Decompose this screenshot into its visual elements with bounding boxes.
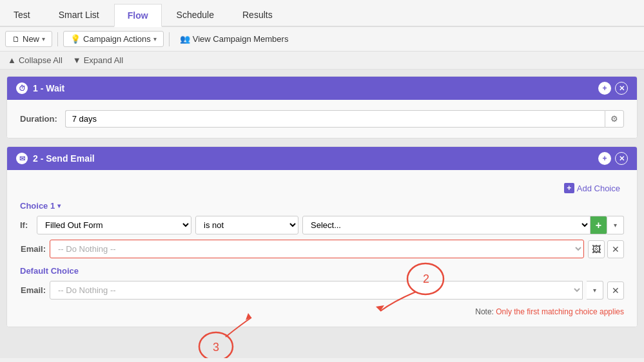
value-select[interactable]: Select... <box>302 216 590 234</box>
default-email-dropdown-arrow[interactable]: ▾ <box>587 281 603 300</box>
collapse-all-button[interactable]: ▲ Collapse All <box>8 55 63 65</box>
default-remove-button[interactable]: ✕ <box>607 281 624 300</box>
if-row: If: Filled Out Form is not Select... + ▾ <box>20 216 624 234</box>
add-choice-label: Add Choice <box>577 184 620 193</box>
value-add-button[interactable]: + <box>590 216 607 234</box>
default-email-label: Email: <box>20 285 46 295</box>
wait-header-icons: + ✕ <box>598 82 628 95</box>
svg-text:3: 3 <box>213 341 219 354</box>
add-choice-plus-icon: + <box>564 183 574 193</box>
toolbar-divider-1 <box>57 32 58 46</box>
send-email-step-icon: ✉ <box>16 153 28 164</box>
default-choice-section: Default Choice Email: -- Do Nothing -- ▾… <box>20 266 624 300</box>
choice-1-preview-button[interactable]: 🖼 <box>588 240 605 258</box>
choice-1-email-row: Email: -- Do Nothing -- 🖼 ✕ <box>20 240 624 258</box>
wait-header-left: ⏱ 1 - Wait <box>16 82 64 94</box>
send-email-close-button[interactable]: ✕ <box>615 152 628 165</box>
flow-step-send-email: ✉ 2 - Send Email + ✕ + Add Choice Choice… <box>6 146 638 327</box>
duration-input[interactable] <box>65 110 605 128</box>
campaign-actions-label: Campaign Actions <box>83 34 151 44</box>
choice-1-text: Choice 1 <box>20 201 55 211</box>
tab-flow[interactable]: Flow <box>114 4 162 27</box>
send-email-body: + Add Choice Choice 1 ▾ If: Filled Out F… <box>7 170 637 327</box>
new-icon: 🗋 <box>12 35 20 44</box>
send-email-header: ✉ 2 - Send Email + ✕ <box>7 147 637 170</box>
wait-step-icon: ⏱ <box>16 82 28 94</box>
bulb-icon: 💡 <box>70 34 81 44</box>
wait-close-button[interactable]: ✕ <box>615 82 628 95</box>
if-label: If: <box>20 220 33 230</box>
expand-all-button[interactable]: ▼ Expand All <box>73 55 123 65</box>
note-row: Note: Only the first matching choice app… <box>20 307 624 316</box>
choice-1-label[interactable]: Choice 1 ▾ <box>20 201 624 211</box>
wait-title: 1 - Wait <box>33 83 64 93</box>
expand-label: Expand All <box>84 55 123 65</box>
flow-step-wait: ⏱ 1 - Wait + ✕ Duration: ⚙ <box>6 76 638 138</box>
tab-results[interactable]: Results <box>229 3 286 26</box>
send-email-header-icons: + ✕ <box>598 152 628 165</box>
default-email-actions: ✕ <box>607 281 624 300</box>
toolbar-divider-2 <box>169 32 170 46</box>
tab-schedule[interactable]: Schedule <box>163 3 228 26</box>
choice-1-arrow: ▾ <box>57 202 61 209</box>
choice-1-remove-button[interactable]: ✕ <box>607 240 624 258</box>
members-icon: 👥 <box>180 34 190 44</box>
top-nav: Test Smart List Flow Schedule Results <box>0 0 644 27</box>
collapse-bar: ▲ Collapse All ▼ Expand All <box>0 52 644 70</box>
duration-label: Duration: <box>20 114 57 124</box>
add-choice-button[interactable]: + Add Choice <box>560 180 624 196</box>
duration-input-wrap: ⚙ <box>65 110 624 128</box>
expand-icon: ▼ <box>73 55 81 65</box>
duration-row: Duration: ⚙ <box>20 110 624 128</box>
default-email-row: Email: -- Do Nothing -- ▾ ✕ <box>20 281 624 300</box>
choice-1-email-actions: 🖼 ✕ <box>588 240 624 258</box>
operator-select[interactable]: is not <box>195 216 298 234</box>
send-email-header-left: ✉ 2 - Send Email <box>16 153 95 164</box>
choice-1-section: Choice 1 ▾ If: Filled Out Form is not Se… <box>20 201 624 258</box>
campaign-actions-arrow: ▾ <box>153 35 157 43</box>
default-email-select[interactable]: -- Do Nothing -- <box>50 281 583 300</box>
send-email-add-button[interactable]: + <box>598 152 611 165</box>
new-label: New <box>23 34 39 44</box>
new-button[interactable]: 🗋 New ▾ <box>5 31 52 47</box>
collapse-icon: ▲ <box>8 55 16 65</box>
wait-header: ⏱ 1 - Wait + ✕ <box>7 77 637 100</box>
add-choice-row: + Add Choice <box>20 180 624 196</box>
condition-select[interactable]: Filled Out Form <box>37 216 191 234</box>
view-campaign-members-link[interactable]: 👥 View Campaign Members <box>175 32 294 46</box>
tab-smart-list[interactable]: Smart List <box>45 3 113 26</box>
new-arrow: ▾ <box>42 35 45 43</box>
view-campaign-members-label: View Campaign Members <box>193 34 289 44</box>
toolbar: 🗋 New ▾ 💡 Campaign Actions ▾ 👥 View Camp… <box>0 27 644 52</box>
default-choice-label: Default Choice <box>20 266 624 276</box>
wait-body: Duration: ⚙ <box>7 100 637 138</box>
svg-point-3 <box>199 332 233 358</box>
duration-gear-button[interactable]: ⚙ <box>605 110 624 128</box>
wait-add-button[interactable]: + <box>598 82 611 95</box>
tab-test[interactable]: Test <box>0 3 44 26</box>
note-highlight: Only the first matching choice applies <box>496 307 624 316</box>
value-select-wrap: Select... + ▾ <box>302 216 624 234</box>
send-email-title: 2 - Send Email <box>33 153 95 164</box>
campaign-actions-button[interactable]: 💡 Campaign Actions ▾ <box>63 31 164 47</box>
value-dropdown-arrow[interactable]: ▾ <box>607 216 624 234</box>
main-content: ⏱ 1 - Wait + ✕ Duration: ⚙ ✉ 2 - Send Em… <box>0 70 644 358</box>
choice-1-email-label: Email: <box>20 244 46 254</box>
collapse-label: Collapse All <box>19 55 63 65</box>
choice-1-email-select[interactable]: -- Do Nothing -- <box>50 240 584 258</box>
